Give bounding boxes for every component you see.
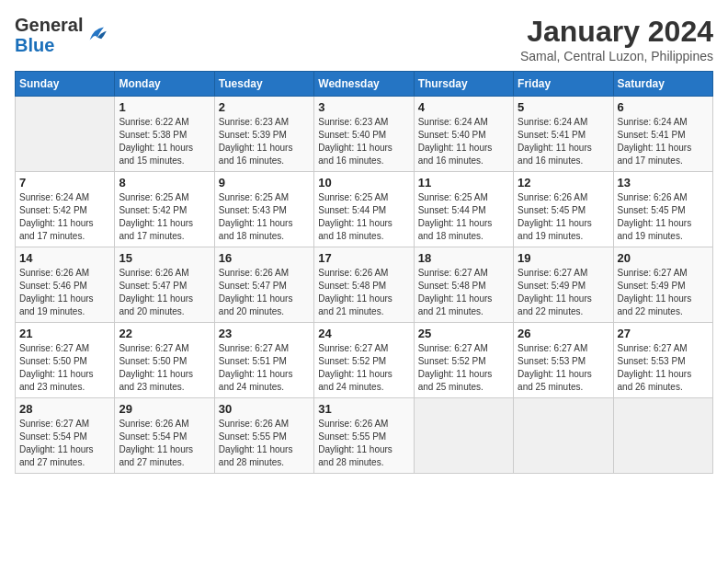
day-info: Sunrise: 6:26 AMSunset: 5:45 PMDaylight:… [618, 191, 709, 243]
calendar-cell: 3Sunrise: 6:23 AMSunset: 5:40 PMDaylight… [314, 97, 414, 172]
day-number: 11 [418, 176, 509, 190]
page-header: General Blue January 2024 Samal, Central… [15, 15, 713, 63]
day-info: Sunrise: 6:26 AMSunset: 5:54 PMDaylight:… [119, 418, 210, 469]
calendar-cell: 7Sunrise: 6:24 AMSunset: 5:42 PMDaylight… [16, 172, 115, 247]
calendar-cell: 12Sunrise: 6:26 AMSunset: 5:45 PMDayligh… [514, 172, 613, 247]
day-info: Sunrise: 6:24 AMSunset: 5:40 PMDaylight:… [418, 116, 509, 167]
day-info: Sunrise: 6:27 AMSunset: 5:49 PMDaylight:… [518, 267, 609, 318]
calendar-cell [613, 398, 712, 474]
calendar-cell: 22Sunrise: 6:27 AMSunset: 5:50 PMDayligh… [115, 323, 214, 398]
day-info: Sunrise: 6:27 AMSunset: 5:53 PMDaylight:… [518, 342, 609, 394]
day-info: Sunrise: 6:23 AMSunset: 5:39 PMDaylight:… [219, 116, 310, 167]
calendar-cell: 31Sunrise: 6:26 AMSunset: 5:55 PMDayligh… [314, 398, 414, 474]
calendar-cell: 11Sunrise: 6:25 AMSunset: 5:44 PMDayligh… [414, 172, 513, 247]
day-number: 10 [318, 176, 409, 190]
header-tuesday: Tuesday [214, 72, 313, 97]
calendar-cell [514, 398, 613, 474]
calendar-week-row: 14Sunrise: 6:26 AMSunset: 5:46 PMDayligh… [16, 247, 713, 323]
day-number: 5 [518, 100, 609, 114]
day-info: Sunrise: 6:22 AMSunset: 5:38 PMDaylight:… [119, 116, 210, 167]
day-number: 9 [219, 176, 310, 190]
day-number: 1 [119, 100, 210, 114]
day-number: 29 [119, 402, 210, 416]
day-number: 16 [219, 251, 310, 265]
day-number: 2 [219, 100, 310, 114]
calendar-table: SundayMondayTuesdayWednesdayThursdayFrid… [15, 71, 713, 474]
calendar-cell: 23Sunrise: 6:27 AMSunset: 5:51 PMDayligh… [214, 323, 313, 398]
calendar-cell: 4Sunrise: 6:24 AMSunset: 5:40 PMDaylight… [414, 97, 513, 172]
day-number: 31 [318, 402, 409, 416]
day-info: Sunrise: 6:26 AMSunset: 5:47 PMDaylight:… [119, 267, 210, 318]
calendar-header-row: SundayMondayTuesdayWednesdayThursdayFrid… [16, 72, 713, 97]
day-info: Sunrise: 6:27 AMSunset: 5:54 PMDaylight:… [19, 418, 110, 469]
calendar-cell: 13Sunrise: 6:26 AMSunset: 5:45 PMDayligh… [613, 172, 712, 247]
day-number: 27 [618, 327, 709, 340]
calendar-cell: 2Sunrise: 6:23 AMSunset: 5:39 PMDaylight… [214, 97, 313, 172]
day-info: Sunrise: 6:24 AMSunset: 5:41 PMDaylight:… [518, 116, 609, 167]
calendar-cell: 16Sunrise: 6:26 AMSunset: 5:47 PMDayligh… [214, 247, 313, 323]
day-info: Sunrise: 6:24 AMSunset: 5:41 PMDaylight:… [618, 116, 709, 167]
day-number: 4 [418, 100, 509, 114]
day-info: Sunrise: 6:26 AMSunset: 5:47 PMDaylight:… [219, 267, 310, 318]
day-info: Sunrise: 6:26 AMSunset: 5:46 PMDaylight:… [19, 267, 110, 318]
day-number: 30 [219, 402, 310, 416]
calendar-cell: 14Sunrise: 6:26 AMSunset: 5:46 PMDayligh… [16, 247, 115, 323]
day-info: Sunrise: 6:25 AMSunset: 5:42 PMDaylight:… [119, 191, 210, 243]
calendar-cell: 30Sunrise: 6:26 AMSunset: 5:55 PMDayligh… [214, 398, 313, 474]
calendar-cell: 29Sunrise: 6:26 AMSunset: 5:54 PMDayligh… [115, 398, 214, 474]
calendar-cell: 9Sunrise: 6:25 AMSunset: 5:43 PMDaylight… [214, 172, 313, 247]
day-info: Sunrise: 6:26 AMSunset: 5:45 PMDaylight:… [518, 191, 609, 243]
day-info: Sunrise: 6:26 AMSunset: 5:48 PMDaylight:… [318, 267, 409, 318]
day-info: Sunrise: 6:27 AMSunset: 5:51 PMDaylight:… [219, 342, 310, 394]
logo: General Blue [15, 15, 110, 55]
day-number: 13 [618, 176, 709, 190]
day-number: 25 [418, 327, 509, 340]
day-info: Sunrise: 6:27 AMSunset: 5:50 PMDaylight:… [119, 342, 210, 394]
header-sunday: Sunday [16, 72, 115, 97]
calendar-week-row: 28Sunrise: 6:27 AMSunset: 5:54 PMDayligh… [16, 398, 713, 474]
header-monday: Monday [115, 72, 214, 97]
month-title: January 2024 [520, 15, 713, 49]
header-friday: Friday [514, 72, 613, 97]
day-number: 18 [418, 251, 509, 265]
calendar-week-row: 21Sunrise: 6:27 AMSunset: 5:50 PMDayligh… [16, 323, 713, 398]
calendar-cell: 25Sunrise: 6:27 AMSunset: 5:52 PMDayligh… [414, 323, 513, 398]
calendar-cell [414, 398, 513, 474]
day-number: 22 [119, 327, 210, 340]
calendar-cell [16, 97, 115, 172]
day-number: 19 [518, 251, 609, 265]
logo-bird-icon [85, 22, 110, 48]
calendar-cell: 10Sunrise: 6:25 AMSunset: 5:44 PMDayligh… [314, 172, 414, 247]
header-thursday: Thursday [414, 72, 513, 97]
day-number: 24 [318, 327, 409, 340]
day-number: 12 [518, 176, 609, 190]
day-info: Sunrise: 6:24 AMSunset: 5:42 PMDaylight:… [19, 191, 110, 243]
day-number: 21 [19, 327, 110, 340]
day-info: Sunrise: 6:27 AMSunset: 5:48 PMDaylight:… [418, 267, 509, 318]
day-number: 8 [119, 176, 210, 190]
calendar-cell: 1Sunrise: 6:22 AMSunset: 5:38 PMDaylight… [115, 97, 214, 172]
calendar-cell: 26Sunrise: 6:27 AMSunset: 5:53 PMDayligh… [514, 323, 613, 398]
day-info: Sunrise: 6:25 AMSunset: 5:44 PMDaylight:… [418, 191, 509, 243]
day-info: Sunrise: 6:26 AMSunset: 5:55 PMDaylight:… [219, 418, 310, 469]
day-number: 6 [618, 100, 709, 114]
day-info: Sunrise: 6:26 AMSunset: 5:55 PMDaylight:… [318, 418, 409, 469]
logo-general: General [15, 15, 83, 35]
day-number: 17 [318, 251, 409, 265]
day-info: Sunrise: 6:27 AMSunset: 5:50 PMDaylight:… [19, 342, 110, 394]
calendar-cell: 6Sunrise: 6:24 AMSunset: 5:41 PMDaylight… [613, 97, 712, 172]
day-info: Sunrise: 6:27 AMSunset: 5:52 PMDaylight:… [318, 342, 409, 394]
calendar-cell: 27Sunrise: 6:27 AMSunset: 5:53 PMDayligh… [613, 323, 712, 398]
location: Samal, Central Luzon, Philippines [520, 49, 713, 63]
calendar-cell: 28Sunrise: 6:27 AMSunset: 5:54 PMDayligh… [16, 398, 115, 474]
day-number: 14 [19, 251, 110, 265]
logo-text: General Blue [15, 15, 83, 55]
calendar-cell: 17Sunrise: 6:26 AMSunset: 5:48 PMDayligh… [314, 247, 414, 323]
header-wednesday: Wednesday [314, 72, 414, 97]
day-info: Sunrise: 6:27 AMSunset: 5:52 PMDaylight:… [418, 342, 509, 394]
day-number: 15 [119, 251, 210, 265]
calendar-cell: 21Sunrise: 6:27 AMSunset: 5:50 PMDayligh… [16, 323, 115, 398]
day-info: Sunrise: 6:25 AMSunset: 5:43 PMDaylight:… [219, 191, 310, 243]
day-number: 28 [19, 402, 110, 416]
day-number: 26 [518, 327, 609, 340]
